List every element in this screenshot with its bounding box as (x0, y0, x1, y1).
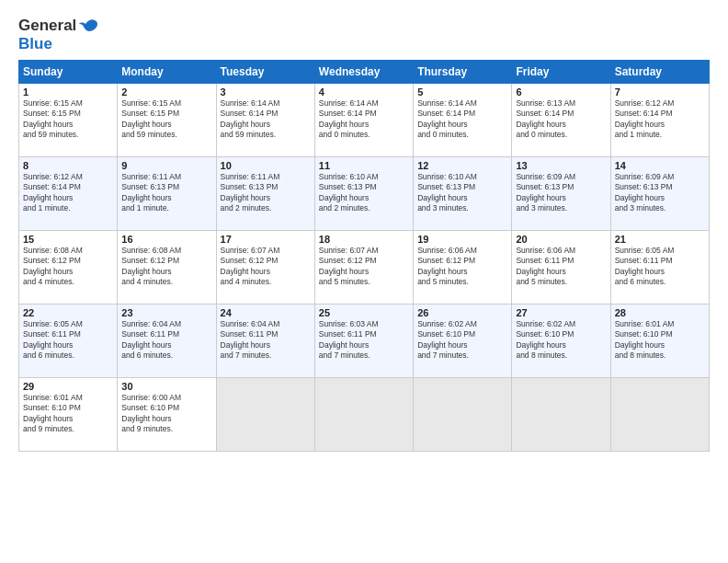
day-info: Sunrise: 6:01 AMSunset: 6:10 PMDaylight … (615, 319, 705, 362)
day-number: 1 (23, 86, 113, 98)
day-number: 18 (319, 234, 409, 245)
calendar-cell: 5Sunrise: 6:14 AMSunset: 6:14 PMDaylight… (414, 83, 512, 156)
day-info: Sunrise: 6:06 AMSunset: 6:12 PMDaylight … (417, 246, 507, 288)
calendar-cell (314, 377, 413, 451)
day-info: Sunrise: 6:05 AMSunset: 6:11 PMDaylight … (615, 246, 705, 288)
day-info: Sunrise: 6:15 AMSunset: 6:15 PMDaylight … (23, 98, 113, 141)
day-number: 9 (121, 160, 211, 171)
day-number: 15 (23, 234, 113, 245)
calendar-cell: 21Sunrise: 6:05 AMSunset: 6:11 PMDayligh… (610, 230, 709, 304)
calendar-cell (512, 377, 610, 451)
day-number: 2 (121, 86, 211, 98)
day-number: 26 (417, 307, 507, 318)
calendar-week-3: 22Sunrise: 6:05 AMSunset: 6:11 PMDayligh… (19, 304, 710, 377)
day-info: Sunrise: 6:04 AMSunset: 6:11 PMDaylight … (221, 319, 311, 362)
day-number: 4 (319, 86, 409, 98)
day-number: 11 (319, 160, 409, 171)
day-info: Sunrise: 6:10 AMSunset: 6:13 PMDaylight … (417, 172, 507, 214)
calendar-cell: 20Sunrise: 6:06 AMSunset: 6:11 PMDayligh… (512, 230, 610, 304)
day-number: 12 (417, 160, 507, 171)
day-number: 19 (417, 234, 507, 245)
calendar-cell (414, 377, 512, 451)
day-number: 29 (23, 381, 113, 392)
day-info: Sunrise: 6:14 AMSunset: 6:14 PMDaylight … (417, 98, 507, 141)
calendar-cell (610, 377, 709, 451)
day-info: Sunrise: 6:14 AMSunset: 6:14 PMDaylight … (221, 98, 311, 141)
day-number: 20 (516, 234, 606, 245)
day-number: 24 (221, 307, 311, 318)
calendar-cell: 1Sunrise: 6:15 AMSunset: 6:15 PMDaylight… (19, 83, 118, 156)
calendar-header-row: SundayMondayTuesdayWednesdayThursdayFrid… (19, 60, 710, 83)
logo: General Blue (18, 17, 98, 54)
day-number: 23 (121, 307, 211, 318)
col-header-tuesday: Tuesday (216, 60, 314, 83)
day-number: 7 (615, 86, 705, 98)
calendar-cell: 14Sunrise: 6:09 AMSunset: 6:13 PMDayligh… (610, 156, 709, 230)
calendar-cell: 25Sunrise: 6:03 AMSunset: 6:11 PMDayligh… (314, 304, 413, 377)
calendar-week-4: 29Sunrise: 6:01 AMSunset: 6:10 PMDayligh… (19, 377, 710, 451)
day-number: 21 (615, 234, 705, 245)
day-info: Sunrise: 6:04 AMSunset: 6:11 PMDaylight … (121, 319, 211, 362)
calendar-cell: 2Sunrise: 6:15 AMSunset: 6:15 PMDaylight… (118, 83, 216, 156)
day-number: 14 (615, 160, 705, 171)
day-info: Sunrise: 6:11 AMSunset: 6:13 PMDaylight … (121, 172, 211, 214)
logo-blue: Blue (18, 35, 52, 52)
day-number: 3 (221, 86, 311, 98)
page: General Blue SundayMondayTuesdayWednesda… (0, 0, 728, 563)
day-info: Sunrise: 6:08 AMSunset: 6:12 PMDaylight … (121, 246, 211, 288)
calendar-week-1: 8Sunrise: 6:12 AMSunset: 6:14 PMDaylight… (19, 156, 710, 230)
day-info: Sunrise: 6:02 AMSunset: 6:10 PMDaylight … (516, 319, 606, 362)
calendar-cell: 18Sunrise: 6:07 AMSunset: 6:12 PMDayligh… (314, 230, 413, 304)
calendar-cell: 17Sunrise: 6:07 AMSunset: 6:12 PMDayligh… (216, 230, 314, 304)
day-number: 8 (23, 160, 113, 171)
col-header-wednesday: Wednesday (314, 60, 413, 83)
calendar-cell: 15Sunrise: 6:08 AMSunset: 6:12 PMDayligh… (19, 230, 118, 304)
day-info: Sunrise: 6:01 AMSunset: 6:10 PMDaylight … (23, 393, 113, 435)
calendar-cell: 3Sunrise: 6:14 AMSunset: 6:14 PMDaylight… (216, 83, 314, 156)
calendar: SundayMondayTuesdayWednesdayThursdayFrid… (18, 60, 710, 452)
calendar-cell: 12Sunrise: 6:10 AMSunset: 6:13 PMDayligh… (414, 156, 512, 230)
day-info: Sunrise: 6:11 AMSunset: 6:13 PMDaylight … (221, 172, 311, 214)
calendar-cell: 19Sunrise: 6:06 AMSunset: 6:12 PMDayligh… (414, 230, 512, 304)
col-header-monday: Monday (118, 60, 216, 83)
calendar-cell: 16Sunrise: 6:08 AMSunset: 6:12 PMDayligh… (118, 230, 216, 304)
day-number: 22 (23, 307, 113, 318)
day-info: Sunrise: 6:09 AMSunset: 6:13 PMDaylight … (615, 172, 705, 214)
logo-bird-icon (78, 18, 98, 35)
calendar-cell: 24Sunrise: 6:04 AMSunset: 6:11 PMDayligh… (216, 304, 314, 377)
calendar-cell: 23Sunrise: 6:04 AMSunset: 6:11 PMDayligh… (118, 304, 216, 377)
calendar-week-2: 15Sunrise: 6:08 AMSunset: 6:12 PMDayligh… (19, 230, 710, 304)
day-info: Sunrise: 6:07 AMSunset: 6:12 PMDaylight … (319, 246, 409, 288)
calendar-cell: 29Sunrise: 6:01 AMSunset: 6:10 PMDayligh… (19, 377, 118, 451)
calendar-cell: 28Sunrise: 6:01 AMSunset: 6:10 PMDayligh… (610, 304, 709, 377)
day-info: Sunrise: 6:00 AMSunset: 6:10 PMDaylight … (121, 393, 211, 435)
day-number: 16 (121, 234, 211, 245)
calendar-week-0: 1Sunrise: 6:15 AMSunset: 6:15 PMDaylight… (19, 83, 710, 156)
day-number: 5 (417, 86, 507, 98)
col-header-friday: Friday (512, 60, 610, 83)
day-info: Sunrise: 6:03 AMSunset: 6:11 PMDaylight … (319, 319, 409, 362)
calendar-cell: 13Sunrise: 6:09 AMSunset: 6:13 PMDayligh… (512, 156, 610, 230)
day-number: 17 (221, 234, 311, 245)
calendar-cell: 22Sunrise: 6:05 AMSunset: 6:11 PMDayligh… (19, 304, 118, 377)
calendar-cell: 8Sunrise: 6:12 AMSunset: 6:14 PMDaylight… (19, 156, 118, 230)
col-header-thursday: Thursday (414, 60, 512, 83)
day-info: Sunrise: 6:08 AMSunset: 6:12 PMDaylight … (23, 246, 113, 288)
day-number: 10 (221, 160, 311, 171)
day-info: Sunrise: 6:15 AMSunset: 6:15 PMDaylight … (121, 98, 211, 141)
calendar-cell: 7Sunrise: 6:12 AMSunset: 6:14 PMDaylight… (610, 83, 709, 156)
day-info: Sunrise: 6:02 AMSunset: 6:10 PMDaylight … (417, 319, 507, 362)
day-info: Sunrise: 6:13 AMSunset: 6:14 PMDaylight … (516, 98, 606, 141)
calendar-cell: 9Sunrise: 6:11 AMSunset: 6:13 PMDaylight… (118, 156, 216, 230)
col-header-saturday: Saturday (610, 60, 709, 83)
calendar-cell: 11Sunrise: 6:10 AMSunset: 6:13 PMDayligh… (314, 156, 413, 230)
day-info: Sunrise: 6:05 AMSunset: 6:11 PMDaylight … (23, 319, 113, 362)
day-number: 6 (516, 86, 606, 98)
day-number: 13 (516, 160, 606, 171)
day-info: Sunrise: 6:14 AMSunset: 6:14 PMDaylight … (319, 98, 409, 141)
calendar-cell: 10Sunrise: 6:11 AMSunset: 6:13 PMDayligh… (216, 156, 314, 230)
calendar-cell (216, 377, 314, 451)
logo-general: General (18, 17, 76, 34)
calendar-cell: 30Sunrise: 6:00 AMSunset: 6:10 PMDayligh… (118, 377, 216, 451)
col-header-sunday: Sunday (19, 60, 118, 83)
